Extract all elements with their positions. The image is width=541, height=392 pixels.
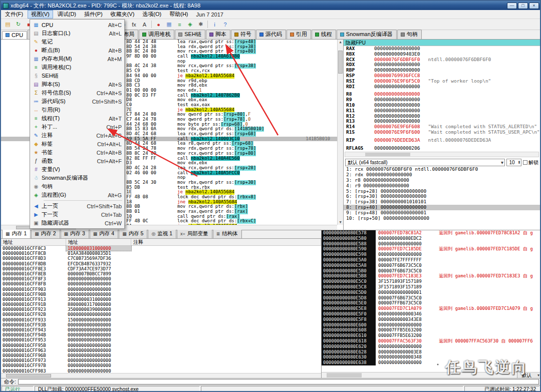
stack-row[interactable]: 000000000080E6380000000000000000 — [322, 360, 540, 365]
register-row-rip[interactable]: RIP00000076DEDED63Antdll.00000076DEDED63… — [344, 138, 540, 143]
view-menu-item-snowman[interactable]: ☃Snowman反编译器 — [31, 174, 124, 182]
dump-row[interactable]: 0000000016CFF8E3CDF73A47CE973D77 — [1, 266, 321, 271]
view-menu-item-variables[interactable]: #变量(V) — [31, 165, 124, 174]
register-row-r8[interactable]: R80000000000000000 — [344, 92, 540, 97]
tab-snowman[interactable]: Snowman反编译器 — [337, 30, 397, 39]
stack-row[interactable]: 000000000080E5880000000000000000 — [322, 241, 540, 247]
dump-column-address[interactable]: 地址 — [1, 239, 66, 245]
argument-depth-spinner[interactable]: 10 — [506, 159, 521, 166]
view-menu-item-previous-tab[interactable]: ◀上一页Ctrl+Shift+Tab — [31, 202, 124, 210]
view-menu-item-bookmarks[interactable]: ★书签Ctrl+Alt+B — [31, 148, 124, 157]
dump-row[interactable]: 0000000016CFF95B0000000000000000 — [1, 343, 321, 348]
argument-row[interactable]: 9: [rsp+48] 0000000000000001 — [344, 210, 540, 216]
stack-row[interactable]: 000000000080E5C83F1571893F157189 — [322, 284, 540, 290]
stack-row[interactable]: 000000000080E5F800000000000343E8 — [322, 317, 540, 322]
stack-row[interactable]: 000000000080E6000000000000000000 — [322, 322, 540, 328]
menu-item-favourites[interactable]: 收藏夹(V) — [107, 10, 138, 19]
stack-icon[interactable]: ≡ — [175, 20, 184, 29]
register-row-r15[interactable]: R1500000076E9F6F600"Wait completed with … — [344, 130, 540, 135]
dump-row[interactable]: 0000000016CFF91B8800000317000000 — [1, 302, 321, 307]
argument-row[interactable]: 10: [rsp+50] 0000000000000000 — [344, 216, 540, 221]
dump-row[interactable]: 0000000016CFF96B0000000000000000 — [1, 353, 321, 358]
dump-row[interactable]: 0000000016CFF8CB01AA3840008035D1 — [1, 251, 321, 256]
memory-map-icon[interactable]: ▦ — [164, 20, 174, 29]
help-icon[interactable]: ? — [220, 20, 230, 29]
scrollbar-thumb[interactable] — [365, 153, 410, 156]
stack-row[interactable]: 000000000080E5B8000007FED7C183E3返回到 game… — [322, 273, 540, 279]
dump-row[interactable]: 0000000016CFF8D3C7C0B73569A7DF36 — [1, 256, 321, 261]
register-row-rbp[interactable]: RBP0000000000000000 — [344, 68, 540, 73]
calling-convention-select[interactable]: 默认 (x64 fastcall) — [345, 159, 505, 166]
menu-item-view[interactable]: 视图(V) — [28, 10, 53, 19]
tab-memory-2[interactable]: ▦内存 2 — [31, 229, 60, 238]
view-menu-item-notes[interactable]: ✎笔记 — [31, 38, 124, 46]
dump-horizontal-scrollbar[interactable] — [1, 373, 321, 378]
dump-row[interactable]: 0000000016CFF9430000000000000000 — [1, 327, 321, 332]
tab-references[interactable]: 引用 — [287, 30, 311, 39]
tab-watch-1[interactable]: ◎监视 1 — [148, 229, 176, 238]
dump-row[interactable]: 0000000016CFF9730000000000000000 — [1, 358, 321, 363]
view-menu-item-call-stack[interactable]: ≡调用堆栈(C) — [31, 63, 124, 72]
dump-row[interactable]: 0000000016CFF8EB0000007B0BCC7899 — [1, 271, 321, 276]
stack-row[interactable]: 000000000080E610000007FFB5E63200 — [322, 333, 540, 338]
view-menu-item-patches[interactable]: +补丁...Ctrl+P — [31, 123, 124, 131]
stack-row[interactable]: 000000000080E608000007FFB5E63200 — [322, 327, 540, 333]
register-row-rflags[interactable]: RFLAGS0000000000000206 — [344, 146, 540, 151]
register-row-rax[interactable]: RAX0000000000000000 — [344, 46, 540, 52]
stack-row[interactable]: 000000000080E5D8000007F6B673C5C0 — [322, 295, 540, 301]
restart-icon[interactable]: ↻ — [14, 20, 23, 29]
dump-row[interactable]: 0000000016CFF93B0000000000000000 — [1, 322, 321, 327]
fx-icon[interactable]: fx — [129, 20, 139, 29]
dump-row[interactable]: 0000000016CFF9830000000000000000 — [1, 368, 321, 373]
tab-struct[interactable]: ≣结构体 — [213, 229, 242, 238]
tab-threads[interactable]: 线程 — [312, 30, 336, 39]
tab-seh[interactable]: SEH链 — [175, 30, 205, 39]
menu-item-debug[interactable]: 调试(D) — [54, 10, 80, 19]
dump-row[interactable]: 0000000016CFF9233500000039000000 — [1, 307, 321, 312]
register-row-rbx[interactable]: RBX00000000009403E0 — [344, 52, 540, 57]
view-menu-item-functions[interactable]: ƒ函数Ctrl+Alt+F — [31, 157, 124, 165]
register-row-rsp[interactable]: RSP000000769936FCC8 — [344, 73, 540, 79]
view-menu-item-cpu[interactable]: ▦CPUAlt+C — [31, 21, 124, 29]
tab-script[interactable]: 脚本 — [206, 30, 230, 39]
stack-row[interactable]: 000000000080E6200000000000000000 — [322, 344, 540, 349]
settings-icon[interactable]: ✱ — [196, 20, 205, 29]
stack-row[interactable]: 000000000080E5F00000000000000346 — [322, 311, 540, 317]
command-input[interactable] — [18, 379, 539, 384]
view-menu-item-source[interactable]: ≔源代码(S)Ctrl+Shift+S — [31, 97, 124, 106]
register-row-rsi[interactable]: RSI00000076E9F6F5C0"Top of worker loop\n… — [344, 79, 540, 84]
scrollbar-thumb[interactable] — [6, 374, 51, 377]
register-row-rcx[interactable]: RCX00000076F6DBF6F0ntdll.00000076F6DBF6F… — [344, 57, 540, 63]
tab-source[interactable]: 源代码 — [256, 30, 286, 39]
dump-row[interactable]: 0000000016CFF8C31E00000031000000 — [1, 246, 321, 251]
hide-fpu-button[interactable]: 隐藏FPU — [344, 40, 540, 46]
view-menu-item-symbols[interactable]: Σ符号信息(S)Ctrl+Alt+S — [31, 89, 124, 97]
register-row-rdx[interactable]: RDX0000000000000000 — [344, 62, 540, 68]
view-menu-item-comments[interactable]: ✎注释Ctrl+Alt+C — [31, 131, 124, 140]
dump-row[interactable]: 0000000016CFF9030000000000000000 — [1, 287, 321, 292]
stack-row[interactable]: 000000000080E5B0000007F6B673C5C0 — [322, 268, 540, 274]
register-row-r14[interactable]: R1400000076E9F6F608"Wait completed with … — [344, 124, 540, 130]
register-row-r12[interactable]: R120000000000000000 — [344, 114, 540, 119]
close-button[interactable]: × — [529, 3, 539, 9]
tab-memory-5[interactable]: ▦内存 5 — [119, 229, 147, 238]
view-menu-item-breakpoints[interactable]: ●断点(B)Alt+B — [31, 46, 124, 55]
tab-call-stack[interactable]: 调用堆栈 — [139, 30, 174, 39]
stack-row[interactable]: 000000000080E578000007FED78C81A2返回到 game… — [322, 230, 540, 236]
register-row-r9[interactable]: R90000000000000000 — [344, 97, 540, 103]
dump-row[interactable]: 0000000016CFF9133900000031000000 — [1, 297, 321, 302]
view-menu-item-seh[interactable]: §SEH链 — [31, 72, 124, 80]
view-menu-item-handles[interactable]: ◉句柄 — [31, 182, 124, 191]
dump-row[interactable]: 0000000016CFF92B0000000000000000 — [1, 312, 321, 317]
scroll-down-arrow[interactable]: ▼ — [338, 220, 343, 225]
argument-row[interactable]: 4: r9 0000000000000000 — [344, 183, 540, 189]
view-menu-item-threads[interactable]: ≡线程(T)Alt+T — [31, 114, 124, 123]
stack-row[interactable]: 000000000080E580000000000080EDC2 — [322, 236, 540, 241]
view-menu-item-graph[interactable]: ◈流程图(G)Alt+G — [31, 191, 124, 199]
tab-memory-3[interactable]: ▦内存 3 — [61, 229, 89, 238]
az-icon[interactable]: A — [140, 20, 149, 29]
stack-row[interactable]: 000000000080E62800000000000003E8 — [322, 349, 540, 355]
unlock-toggle[interactable]: 解锁 — [523, 159, 538, 166]
dump-row[interactable]: 0000000016CFF90B0000000000000000 — [1, 292, 321, 297]
dump-row[interactable]: 0000000016CFF9331500000000000000 — [1, 317, 321, 322]
